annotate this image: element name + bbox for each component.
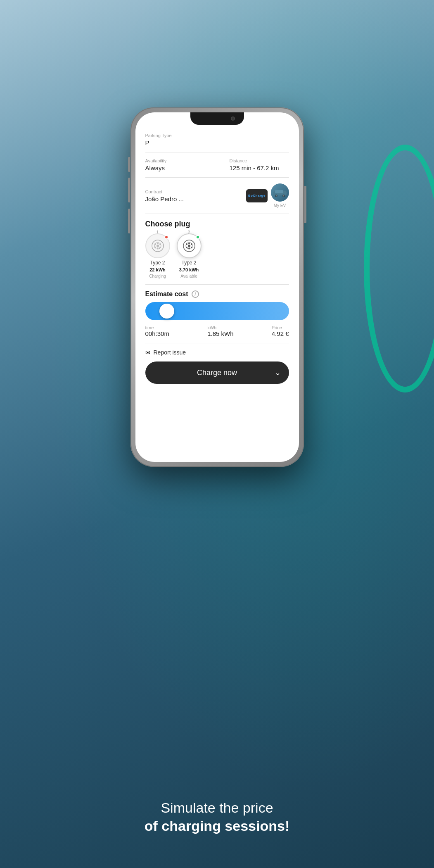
plug-2-icon <box>182 238 197 253</box>
svg-point-9 <box>159 243 161 245</box>
divider-1 <box>145 152 289 152</box>
contract-info: Contract João Pedro ... <box>145 189 184 202</box>
plug-item-2[interactable]: 2 <box>177 233 202 278</box>
svg-point-12 <box>157 243 159 244</box>
bottom-text-section: Simulate the price of charging sessions! <box>0 799 434 835</box>
contract-value: João Pedro ... <box>145 195 184 202</box>
charge-now-button[interactable]: Charge now ⌄ <box>145 361 289 384</box>
svg-point-22 <box>188 247 190 249</box>
kwh-col: kWh 1.85 kWh <box>207 325 233 337</box>
svg-point-17 <box>186 243 187 245</box>
plug-item-1[interactable]: 1 <box>145 233 170 278</box>
divider-5 <box>145 343 289 343</box>
front-camera <box>231 117 235 121</box>
bottom-line-2: of charging sessions! <box>25 817 409 835</box>
parking-type-value: P <box>145 139 289 146</box>
distance-label: Distance <box>230 158 289 163</box>
price-col: Price 4.92 € <box>272 325 289 337</box>
plug-1-status-dot <box>164 235 168 239</box>
gocharge-text: GoCharge <box>248 194 266 197</box>
time-label: time <box>145 325 169 330</box>
phone-frame: Parking Type P Availability Always Dista… <box>130 107 304 467</box>
estimate-title: Estimate cost <box>145 290 188 298</box>
svg-point-4 <box>275 195 277 197</box>
stats-row: time 00h:30m kWh 1.85 kWh Price 4.92 € <box>145 325 289 337</box>
info-icon[interactable]: i <box>192 290 199 298</box>
plug-1-circle <box>145 233 170 258</box>
plug-1-icon <box>150 238 165 253</box>
side-button-power <box>304 186 306 223</box>
envelope-icon: ✉ <box>145 349 150 356</box>
plug-2-circle <box>177 233 202 258</box>
svg-point-20 <box>191 247 192 248</box>
choose-plug-title: Choose plug <box>145 220 289 228</box>
price-value: 4.92 € <box>272 330 289 337</box>
plugs-row: 1 <box>145 233 289 278</box>
app-content: Parking Type P Availability Always Dista… <box>135 112 299 462</box>
svg-point-18 <box>191 243 192 245</box>
report-text: Report issue <box>154 349 186 356</box>
time-col: time 00h:30m <box>145 325 169 337</box>
plug-1-name: Type 2 <box>150 260 165 266</box>
report-row[interactable]: ✉ Report issue <box>145 349 289 356</box>
kwh-value: 1.85 kWh <box>207 330 233 337</box>
svg-point-19 <box>186 247 187 248</box>
contract-row: Contract João Pedro ... GoCharge <box>145 183 289 208</box>
side-button-vol-down <box>128 209 130 233</box>
phone-wrapper: Parking Type P Availability Always Dista… <box>130 107 304 467</box>
svg-point-13 <box>157 247 159 249</box>
distance-value: 125 min - 67.2 km <box>230 164 289 171</box>
charge-now-label: Charge now <box>197 369 237 377</box>
divider-3 <box>145 214 289 214</box>
svg-point-21 <box>188 243 190 244</box>
parking-section: Parking Type P <box>145 133 289 146</box>
price-label: Price <box>272 325 289 330</box>
plug-1-kwh: 22 kWh <box>149 267 166 272</box>
svg-point-10 <box>154 247 156 248</box>
toggle-knob <box>159 304 174 319</box>
divider-2 <box>145 177 289 178</box>
plug-1-status: Charging <box>149 274 166 278</box>
contract-badges: GoCharge <box>246 183 289 208</box>
parking-type-label: Parking Type <box>145 133 289 138</box>
plug-2-kwh: 3.70 kWh <box>179 267 199 272</box>
svg-point-14 <box>157 245 159 247</box>
my-ev-label: My EV <box>274 203 286 208</box>
svg-point-8 <box>154 243 156 245</box>
plug-1-wrap: 1 <box>145 233 170 258</box>
contract-label: Contract <box>145 189 184 194</box>
availability-col: Availability Always <box>145 158 205 171</box>
ev-avatar <box>271 183 289 202</box>
availability-distance-row: Availability Always Distance 125 min - 6… <box>145 158 289 171</box>
plug-2-wrap: 2 <box>177 233 202 258</box>
time-value: 00h:30m <box>145 330 169 337</box>
my-ev-badge: My EV <box>271 183 289 208</box>
availability-value: Always <box>145 164 205 171</box>
plug-2-status: Available <box>180 274 197 278</box>
notch <box>190 112 244 125</box>
estimate-title-row: Estimate cost i <box>145 290 289 298</box>
estimate-cost-section: Estimate cost i time 00h:30m <box>145 290 289 337</box>
svg-point-11 <box>159 247 161 248</box>
svg-point-23 <box>188 245 190 247</box>
charge-chevron-icon: ⌄ <box>275 368 281 377</box>
svg-rect-1 <box>275 190 283 193</box>
side-button-vol-up <box>128 178 130 202</box>
side-button-mute <box>128 157 130 172</box>
choose-plug-section: Choose plug 1 <box>145 220 289 278</box>
svg-point-5 <box>283 195 284 197</box>
phone-screen: Parking Type P Availability Always Dista… <box>135 112 299 462</box>
gocharge-badge: GoCharge <box>246 189 268 202</box>
plug-2-name: Type 2 <box>181 260 196 266</box>
bottom-line-1: Simulate the price <box>25 799 409 817</box>
estimate-toggle-bar[interactable] <box>145 302 289 320</box>
distance-col: Distance 125 min - 67.2 km <box>230 158 289 171</box>
availability-label: Availability <box>145 158 205 163</box>
divider-4 <box>145 284 289 285</box>
kwh-label: kWh <box>207 325 233 330</box>
plug-2-status-dot <box>196 235 200 239</box>
